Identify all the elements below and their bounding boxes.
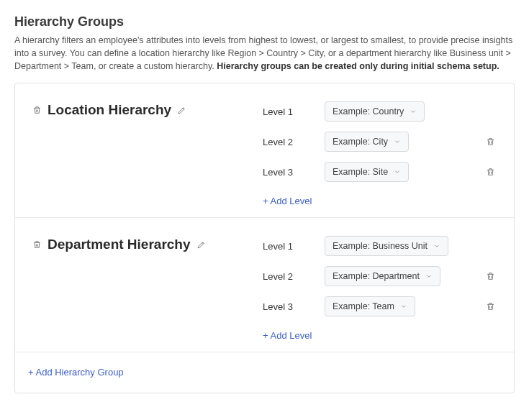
panel-footer: + Add Hierarchy Group — [15, 352, 514, 393]
add-level-button[interactable]: + Add Level — [263, 196, 312, 206]
trash-icon[interactable] — [486, 301, 497, 311]
level-dropdown[interactable]: Example: Department — [325, 266, 440, 286]
level-row: Level 3 Example: Site — [263, 157, 497, 187]
level-label: Level 1 — [263, 241, 304, 252]
hierarchy-group: Location Hierarchy Level 1 Example: Coun… — [15, 83, 514, 218]
level-row: Level 1 Example: Country — [263, 96, 497, 127]
level-label: Level 1 — [263, 106, 304, 117]
level-label: Level 3 — [263, 301, 304, 312]
group-levels: Level 1 Example: Country Level 2 Example… — [263, 96, 497, 207]
level-label: Level 2 — [263, 271, 304, 282]
level-row: Level 2 Example: City — [263, 127, 497, 157]
trash-icon[interactable] — [32, 239, 42, 250]
dropdown-value: Example: Business Unit — [333, 241, 428, 251]
group-header: Location Hierarchy — [32, 96, 256, 118]
page-description: A hierarchy filters an employee's attrib… — [14, 34, 515, 73]
group-title: Location Hierarchy — [48, 102, 171, 118]
page-title: Hierarchy Groups — [14, 14, 515, 29]
hierarchy-group: Department Hierarchy Level 1 Example: Bu… — [15, 218, 514, 352]
dropdown-value: Example: Team — [333, 301, 394, 311]
trash-icon[interactable] — [32, 105, 42, 115]
level-row: Level 3 Example: Team — [263, 291, 497, 321]
dropdown-value: Example: Country — [333, 106, 404, 117]
trash-icon[interactable] — [486, 167, 497, 177]
level-dropdown[interactable]: Example: Team — [325, 296, 415, 316]
level-row: Level 2 Example: Department — [263, 261, 497, 291]
dropdown-value: Example: City — [333, 137, 388, 147]
chevron-down-icon — [394, 168, 401, 175]
chevron-down-icon — [400, 303, 407, 310]
pencil-icon[interactable] — [196, 240, 206, 250]
level-dropdown[interactable]: Example: Country — [325, 101, 425, 122]
level-row: Level 1 Example: Business Unit — [263, 231, 497, 261]
page-description-bold: Hierarchy groups can be created only dur… — [217, 61, 499, 71]
level-dropdown[interactable]: Example: Site — [325, 162, 409, 182]
chevron-down-icon — [425, 273, 433, 280]
hierarchy-panel: Location Hierarchy Level 1 Example: Coun… — [14, 83, 515, 393]
add-hierarchy-group-button[interactable]: + Add Hierarchy Group — [28, 367, 124, 378]
add-level-button[interactable]: + Add Level — [263, 330, 312, 341]
pencil-icon[interactable] — [177, 106, 186, 115]
chevron-down-icon — [410, 108, 417, 115]
group-header: Department Hierarchy — [32, 231, 256, 252]
dropdown-value: Example: Site — [333, 167, 388, 177]
chevron-down-icon — [394, 138, 401, 145]
trash-icon[interactable] — [486, 137, 497, 147]
group-levels: Level 1 Example: Business Unit Level 2 E… — [263, 231, 497, 342]
dropdown-value: Example: Department — [333, 271, 420, 281]
chevron-down-icon — [433, 242, 440, 250]
trash-icon[interactable] — [486, 271, 497, 281]
level-dropdown[interactable]: Example: Business Unit — [325, 236, 448, 256]
level-label: Level 3 — [263, 167, 304, 178]
level-label: Level 2 — [263, 137, 304, 147]
group-title: Department Hierarchy — [48, 237, 191, 252]
level-dropdown[interactable]: Example: City — [325, 132, 409, 152]
